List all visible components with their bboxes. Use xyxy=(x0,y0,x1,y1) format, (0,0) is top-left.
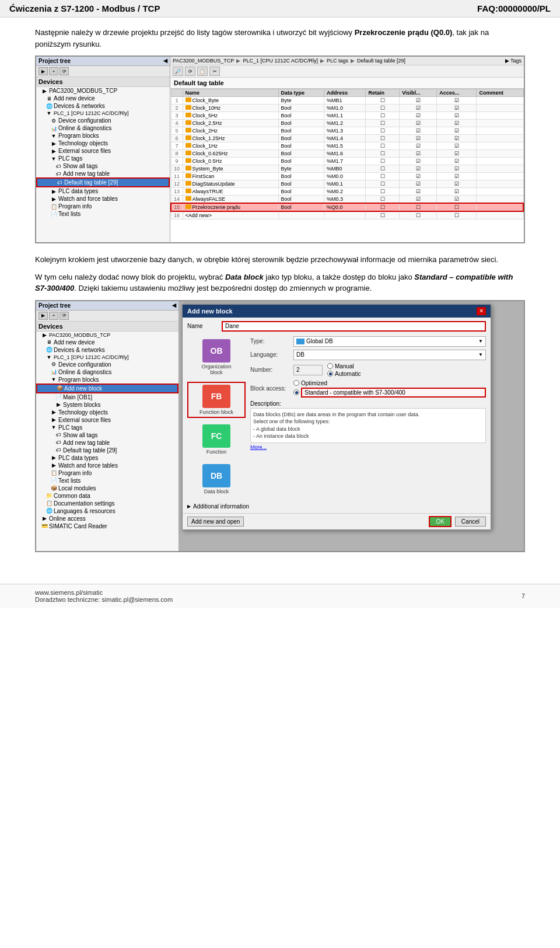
additional-info-toggle[interactable]: ▶ Additional information xyxy=(187,502,486,511)
row-retain: ☐ xyxy=(366,211,400,219)
tree2-onlinediag[interactable]: 📊 Online & diagnostics xyxy=(36,368,178,376)
tree2-techobj[interactable]: ▶ Technology objects xyxy=(36,409,178,416)
tree2-showall[interactable]: 🏷 Show all tags xyxy=(36,431,178,439)
screenshot-1: Project tree ◀ ▶ + ⟳ Devices ▶ PAC3200_M… xyxy=(35,55,525,243)
tree-item-onlinediag[interactable]: 📊 Online & diagnostics xyxy=(36,124,170,132)
radio-automatic[interactable]: Automatic xyxy=(327,371,360,377)
tree2-plctags[interactable]: ▼ PLC tags xyxy=(36,424,178,431)
tree2-progblocks[interactable]: ▼ Program blocks xyxy=(36,376,178,384)
th-retain: Retain xyxy=(366,89,400,97)
row-name: AlwaysTRUE xyxy=(183,188,278,196)
tree2-pac3200[interactable]: ▶ PAC3200_MODBUS_TCP xyxy=(36,332,178,339)
tree-btn-2[interactable]: + xyxy=(49,67,58,75)
table-row: 15Przekroczenie prąduBool%Q0.0☐☐☐ xyxy=(171,203,523,211)
tree-collapse-btn-2[interactable]: ◀ xyxy=(172,302,176,309)
dialog-close-button[interactable]: ✕ xyxy=(477,307,486,315)
tree-btn-1[interactable]: ▶ xyxy=(38,67,48,75)
tree2-watchforce[interactable]: ▶ Watch and force tables xyxy=(36,462,178,469)
access-option-standard[interactable]: Standard - compatible with S7-300/400 xyxy=(293,388,486,398)
tag-icon xyxy=(186,113,191,117)
tree2-plc1[interactable]: ▼ PLC_1 [CPU 1212C AC/DC/Rly] xyxy=(36,354,178,361)
row-name: Clock_Byte xyxy=(183,97,278,104)
toolbar-btn-1[interactable]: 🔎 xyxy=(173,67,183,76)
tree2-adddev[interactable]: 🖥 Add new device xyxy=(36,339,178,346)
access-option-optimized[interactable]: Optimized xyxy=(293,380,486,386)
type-select[interactable]: Global DB ▼ xyxy=(293,336,486,347)
tree-icon-extsrc: ▶ xyxy=(50,148,57,154)
add-open-button[interactable]: Add new and open xyxy=(187,517,244,527)
tree-item-techobj[interactable]: ▶ Technology objects xyxy=(36,140,170,147)
row-addr: %M1.1 xyxy=(324,112,366,120)
name-field-row: Name xyxy=(183,318,491,332)
block-option-db[interactable]: DB Data block xyxy=(187,461,246,497)
cancel-button[interactable]: Cancel xyxy=(455,517,486,527)
tree-item-showall[interactable]: 🏷 Show all tags xyxy=(36,162,170,170)
tree-item-adddev[interactable]: 🖥 Add new device xyxy=(36,95,170,102)
tree-item-pac3200[interactable]: ▶ PAC3200_MODBUS_TCP xyxy=(36,87,170,95)
block-option-ob[interactable]: OB Organizationblock xyxy=(187,336,246,378)
tree-item-devnet[interactable]: 🌐 Devices & networks xyxy=(36,102,170,110)
tree-btn-2-2[interactable]: + xyxy=(49,312,58,320)
tree-items-2: ▶ PAC3200_MODBUS_TCP 🖥 Add new device 🌐 … xyxy=(36,332,178,551)
row-name: Clock_2.5Hz xyxy=(183,120,278,127)
tree-btn-3[interactable]: ⟳ xyxy=(60,67,69,75)
tree2-devnet[interactable]: 🌐 Devices & networks xyxy=(36,346,178,354)
row-comment xyxy=(477,142,523,150)
tree2-defaulttag[interactable]: 🏷 Default tag table [29] xyxy=(36,447,178,454)
language-label: Language: xyxy=(250,351,291,358)
tree-item-extsrc[interactable]: ▶ External source files xyxy=(36,147,170,155)
row-addr: %M0.1 xyxy=(324,180,366,188)
radio-manual[interactable]: Manual xyxy=(327,363,360,370)
ok-button[interactable]: OK xyxy=(429,516,451,527)
tree-item-plc1[interactable]: ▼ PLC_1 [CPU 1212C AC/DC/Rly] xyxy=(36,110,170,117)
tree-item-proginfo[interactable]: 📋 Program info xyxy=(36,203,170,210)
tree2-onlineaccess[interactable]: ▶ Online access xyxy=(36,515,178,522)
toolbar-btn-4[interactable]: ✂ xyxy=(209,67,220,76)
block-option-fc[interactable]: FC Function xyxy=(187,421,246,458)
tree-item-plcdatatypes[interactable]: ▶ PLC data types xyxy=(36,187,170,195)
row-addr: %Q0.0 xyxy=(324,203,366,211)
page-footer: www.siemens.pl/simatic Doradztwo technic… xyxy=(0,584,560,608)
tree-btn-2-1[interactable]: ▶ xyxy=(38,312,48,320)
tree2-langres[interactable]: 🌐 Languages & resources xyxy=(36,507,178,515)
content-area: Następnie należy w drzewie projektu prze… xyxy=(0,18,560,572)
th-visible: Visibl... xyxy=(400,89,437,97)
row-addr xyxy=(324,211,366,219)
tree-collapse-btn[interactable]: ◀ xyxy=(163,58,167,64)
tree2-proginfo[interactable]: 📋 Program info xyxy=(36,469,178,477)
tree2-sysblocks[interactable]: ▶ System blocks xyxy=(36,401,178,409)
tree-item-devcfg[interactable]: ⚙ Device configuration xyxy=(36,117,170,124)
name-input[interactable] xyxy=(222,321,486,332)
row-type: Bool xyxy=(278,173,324,180)
tree2-plcdatatypes[interactable]: ▶ PLC data types xyxy=(36,454,178,462)
row-num: 4 xyxy=(171,120,183,127)
tree-item-addnewtag[interactable]: 🏷 Add new tag table xyxy=(36,170,170,177)
description-text: Data blocks (DBs) are data areas in the … xyxy=(253,412,419,440)
more-link[interactable]: More... xyxy=(250,444,486,450)
row-num: 13 xyxy=(171,188,183,196)
tree-item-defaulttag[interactable]: 🏷 Default tag table [29] xyxy=(36,177,170,187)
toolbar-btn-2[interactable]: ⟳ xyxy=(185,67,195,76)
tree2-localmodules[interactable]: 📦 Local modules xyxy=(36,485,178,492)
tree2-addnewtag[interactable]: 🏷 Add new tag table xyxy=(36,439,178,447)
tree2-extsrc[interactable]: ▶ External source files xyxy=(36,416,178,424)
block-option-fb[interactable]: FB Function block xyxy=(187,382,246,418)
tag-icon xyxy=(186,204,191,209)
tree-btn-2-3[interactable]: ⟳ xyxy=(60,312,69,320)
tree2-addnewblock[interactable]: 📦 Add new block xyxy=(36,384,178,393)
tree2-devcfg[interactable]: ⚙ Device configuration xyxy=(36,361,178,368)
tree-item-plctags[interactable]: ▼ PLC tags xyxy=(36,155,170,162)
row-name: <Add new> xyxy=(183,211,278,219)
tree-item-watchforce[interactable]: ▶ Watch and force tables xyxy=(36,195,170,203)
tree-item-progblocks[interactable]: ▼ Program blocks xyxy=(36,132,170,140)
tree-item-textlists[interactable]: 📄 Text lists xyxy=(36,210,170,218)
tree2-simatic[interactable]: 💳 SIMATIC Card Reader xyxy=(36,522,178,530)
toolbar-btn-3[interactable]: 📋 xyxy=(197,67,208,76)
project-tree-header-2: Project tree ◀ xyxy=(36,301,178,311)
tree2-docset[interactable]: 📋 Documentation settings xyxy=(36,500,178,507)
row-access: ☑ xyxy=(437,188,477,196)
language-select[interactable]: DB ▼ xyxy=(293,350,486,360)
tree2-main[interactable]: 📄 Main [OB1] xyxy=(36,393,178,401)
tree2-commondata[interactable]: 📁 Common data xyxy=(36,492,178,500)
tree2-textlists[interactable]: 📄 Text lists xyxy=(36,477,178,485)
